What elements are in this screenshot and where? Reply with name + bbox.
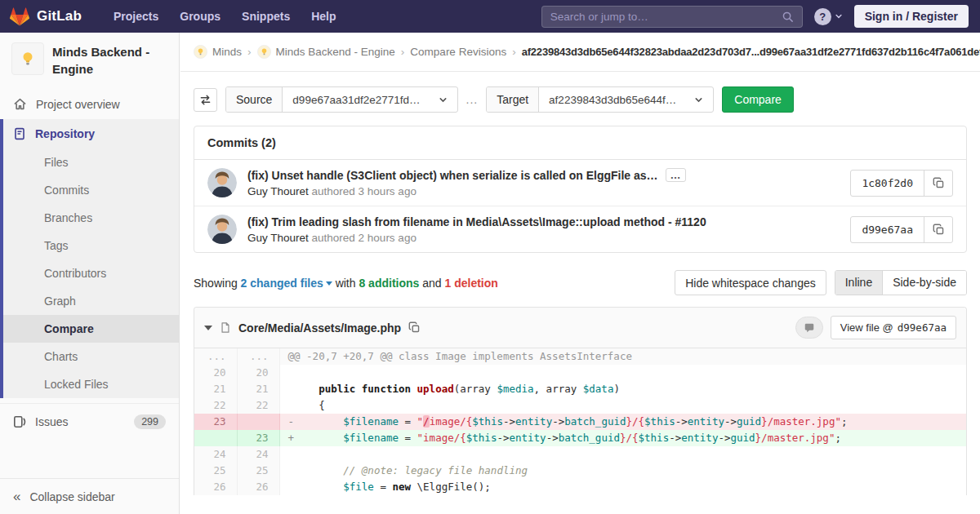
new-line-number[interactable]: 26 [237,479,279,495]
new-line-number[interactable] [237,414,279,430]
copy-sha-button[interactable] [924,171,952,196]
breadcrumb-item[interactable]: Minds [194,45,242,59]
code-token [294,464,343,476]
sidebar-subitem-contributors[interactable]: Contributors [3,259,179,287]
sidebar-subitem-branches[interactable]: Branches [3,204,179,232]
sidebar-subitem-tags[interactable]: Tags [3,232,179,259]
breadcrumb-avatar [257,45,271,59]
top-nav-item-snippets[interactable]: Snippets [231,0,301,33]
source-revision-dropdown[interactable]: d99e67aa31df2e2771fd… [283,87,457,112]
code-line: // @note: legacy file handling [279,463,966,479]
project-sidebar: Minds Backend - Engine Project overview … [0,33,180,514]
commit-author-avatar[interactable] [207,168,237,197]
commit-title-link[interactable]: (fix) Unset handle (S3Client object) whe… [247,169,658,182]
code-token: }/{ [626,415,645,428]
sidebar-item-project-overview[interactable]: Project overview [0,89,179,119]
old-line-number[interactable]: 23 [194,414,237,430]
commit-sha[interactable]: d99e67aa [851,217,924,242]
copy-file-path-button[interactable] [408,321,421,334]
sidebar-subitem-locked-files[interactable]: Locked Files [3,370,179,398]
commit-author-avatar[interactable] [207,215,237,244]
code-token: $this [472,415,503,428]
chevron-down-icon [694,95,703,104]
code-token [294,415,343,428]
issues-icon [13,415,26,428]
breadcrumb-item[interactable]: Compare Revisions [410,46,506,58]
old-line-number[interactable]: 26 [194,479,237,495]
new-line-number[interactable]: ... [237,348,279,365]
top-nav-item-help[interactable]: Help [301,0,346,33]
sidebar-subitem-charts[interactable]: Charts [3,343,179,370]
breadcrumb-item[interactable]: Minds Backend - Engine [257,45,395,59]
sidebar-item-label: Project overview [36,98,120,111]
repository-submenu: FilesCommitsBranchesTagsContributorsGrap… [3,148,179,398]
target-revision-value: af2239843d3db65e644f… [549,94,676,106]
new-line-number[interactable]: 20 [237,365,279,381]
commit-title-link[interactable]: (fix) Trim leading slash from filename i… [247,215,706,228]
code-token: batch_guid [559,432,620,444]
diff-row: 2626 $file = new \ElggFile(); [194,479,966,495]
view-file-button[interactable]: View file @ d99e67aa [831,316,956,339]
diff-sign [288,366,295,379]
commit-author-link[interactable]: Guy Thouret [247,232,309,244]
inline-view-tab[interactable]: Inline [835,271,882,295]
sidebar-subitem-commits[interactable]: Commits [3,176,179,204]
new-line-number[interactable]: 25 [237,463,279,479]
copy-sha-button[interactable] [924,217,952,242]
old-line-number[interactable]: 20 [194,365,237,381]
commit-description-toggle-button[interactable]: … [666,168,686,182]
sidebar-subitem-compare[interactable]: Compare [3,315,179,343]
hide-whitespace-button[interactable]: Hide whitespace changes [675,270,826,295]
diff-view-toggle: Inline Side-by-side [835,270,967,295]
code-token: -> [552,415,564,428]
code-token: -> [546,432,559,444]
sign-in-register-button[interactable]: Sign in / Register [854,5,969,28]
help-menu[interactable]: ? [814,8,843,25]
help-icon: ? [814,8,831,25]
gitlab-logo[interactable]: GitLab [10,7,82,26]
swap-revisions-button[interactable] [194,88,217,112]
sidebar-subitem-files[interactable]: Files [3,148,179,176]
search-input[interactable] [550,11,782,23]
commit-meta: Guy Thouret authored 2 hours ago [247,232,850,244]
old-line-number[interactable]: 22 [194,397,237,414]
new-line-number[interactable]: 24 [237,446,279,463]
global-search-box[interactable] [541,6,803,28]
summary-with-text: with [336,277,356,290]
code-token: -> [669,432,681,444]
changed-files-dropdown[interactable]: 2 changed files [241,277,332,290]
side-by-side-view-tab[interactable]: Side-by-side [882,271,966,295]
collapse-diff-caret[interactable] [204,326,212,330]
project-header[interactable]: Minds Backend - Engine [0,33,179,89]
additions-count: 8 additions [359,277,419,290]
old-line-number[interactable]: ... [194,348,237,365]
breadcrumb-avatar [194,45,207,59]
file-comment-button[interactable] [795,317,823,339]
sidebar-item-repository[interactable]: Repository [3,119,179,148]
compare-button[interactable]: Compare [722,86,794,113]
commit-sha-group: 1c80f2d0 [850,170,953,197]
changed-file-path[interactable]: Core/Media/Assets/Image.php [238,321,401,335]
code-line: { [279,397,966,414]
new-line-number[interactable]: 22 [237,397,279,414]
sidebar-item-issues[interactable]: Issues 299 [0,403,179,440]
commit-author-link[interactable]: Guy Thouret [247,185,309,197]
sidebar-subitem-graph[interactable]: Graph [3,287,179,315]
commit-sha[interactable]: 1c80f2d0 [851,171,924,196]
old-line-number[interactable]: 24 [194,446,237,463]
collapse-sidebar-button[interactable]: « Collapse sidebar [0,478,179,514]
copy-icon [933,224,945,236]
diff-row: 23- $filename = "/image/{$this->entity->… [194,414,966,430]
old-line-number[interactable]: 21 [194,381,237,397]
old-line-number[interactable] [194,430,237,446]
top-nav-item-projects[interactable]: Projects [103,0,169,33]
new-line-number[interactable]: 23 [237,430,279,446]
gitlab-logo-text: GitLab [37,8,82,24]
target-revision-dropdown[interactable]: af2239843d3db65e644f… [539,87,713,112]
source-revision-value: d99e67aa31df2e2771fd… [292,94,420,106]
top-nav-item-groups[interactable]: Groups [169,0,231,33]
new-line-number[interactable]: 21 [237,381,279,397]
commit-meta: Guy Thouret authored 3 hours ago [247,185,850,197]
old-line-number[interactable]: 25 [194,463,237,479]
commit-author-avatar-image [207,168,237,197]
